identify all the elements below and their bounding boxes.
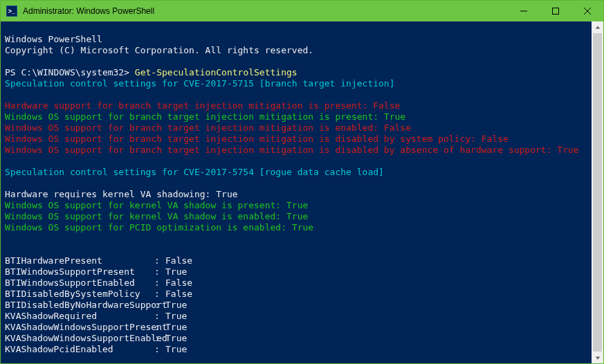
property-value: True <box>165 333 187 344</box>
section-header: Speculation control settings for CVE-201… <box>5 78 395 89</box>
scroll-thumb[interactable] <box>593 33 602 352</box>
property-value: False <box>165 255 192 266</box>
svg-rect-1 <box>553 8 559 15</box>
property-value: True <box>165 300 187 311</box>
scroll-track[interactable] <box>592 33 603 352</box>
property-key: KVAShadowWindowsSupportPresent <box>5 322 154 333</box>
output-line: Hardware support for branch target injec… <box>5 100 400 111</box>
property-value: False <box>165 289 192 300</box>
output-line: Windows OS support for kernel VA shadow … <box>5 211 308 221</box>
maximize-button[interactable] <box>540 1 571 21</box>
property-row: BTIWindowsSupportPresent: True <box>5 266 587 277</box>
property-value: False <box>165 277 192 289</box>
property-separator: : <box>154 333 165 344</box>
copyright-line: Copyright (C) Microsoft Corporation. All… <box>5 45 313 55</box>
section-header: Speculation control settings for CVE-201… <box>5 167 384 177</box>
output-line: Windows OS support for branch target inj… <box>5 122 411 133</box>
property-row: BTIWindowsSupportEnabled: False <box>5 277 587 289</box>
vertical-scrollbar[interactable] <box>592 21 603 363</box>
property-row: KVAShadowWindowsSupportPresent: True <box>5 322 587 333</box>
output-line: Hardware requires kernel VA shadowing: T… <box>5 189 238 199</box>
header-line: Windows PowerShell <box>5 34 102 44</box>
property-key: BTIHardwarePresent <box>5 255 154 266</box>
prompt: PS C:\WINDOWS\system32> <box>5 67 135 78</box>
output-line: Windows OS support for kernel VA shadow … <box>5 200 308 210</box>
property-row: BTIDisabledBySystemPolicy: False <box>5 289 587 300</box>
property-row: BTIDisabledByNoHardwareSupport: True <box>5 300 587 311</box>
scroll-down-button[interactable] <box>592 352 603 363</box>
property-key: BTIWindowsSupportPresent <box>5 266 154 277</box>
property-row: KVAShadowWindowsSupportEnabled: True <box>5 333 587 344</box>
property-row: BTIHardwarePresent: False <box>5 255 587 266</box>
property-separator: : <box>154 255 165 266</box>
property-key: KVAShadowPcidEnabled <box>5 344 154 355</box>
minimize-button[interactable] <box>508 1 540 21</box>
properties-list: BTIHardwarePresent: FalseBTIWindowsSuppo… <box>5 255 587 355</box>
property-key: BTIDisabledBySystemPolicy <box>5 289 154 300</box>
property-separator: : <box>154 322 165 333</box>
property-key: KVAShadowWindowsSupportEnabled <box>5 333 154 344</box>
console-area: Windows PowerShell Copyright (C) Microso… <box>1 21 603 363</box>
property-key: KVAShadowRequired <box>5 311 154 322</box>
property-value: True <box>165 311 187 322</box>
powershell-icon: >_ <box>6 6 17 17</box>
property-separator: : <box>154 344 165 355</box>
property-row: KVAShadowPcidEnabled: True <box>5 344 587 355</box>
close-button[interactable] <box>571 1 603 21</box>
powershell-window: >_ Administrator: Windows PowerShell Win… <box>0 0 604 364</box>
window-controls <box>508 1 603 21</box>
output-line: Windows OS support for PCID optimization… <box>5 222 313 233</box>
property-value: True <box>165 322 187 333</box>
output-line: Windows OS support for branch target inj… <box>5 145 579 155</box>
property-key: BTIDisabledByNoHardwareSupport <box>5 300 154 311</box>
property-value: True <box>165 266 187 277</box>
property-separator: : <box>154 311 165 322</box>
property-separator: : <box>154 277 165 289</box>
window-title: Administrator: Windows PowerShell <box>23 6 508 16</box>
console-output[interactable]: Windows PowerShell Copyright (C) Microso… <box>1 21 592 363</box>
property-key: BTIWindowsSupportEnabled <box>5 277 154 289</box>
command-text: Get-SpeculationControlSettings <box>135 67 298 78</box>
property-value: True <box>165 344 187 355</box>
property-row: KVAShadowRequired: True <box>5 311 587 322</box>
property-separator: : <box>154 300 165 311</box>
property-separator: : <box>154 289 165 300</box>
scroll-up-button[interactable] <box>592 21 603 33</box>
titlebar[interactable]: >_ Administrator: Windows PowerShell <box>1 1 603 21</box>
output-line: Windows OS support for branch target inj… <box>5 111 405 122</box>
output-line: Windows OS support for branch target inj… <box>5 134 509 144</box>
property-separator: : <box>154 266 165 277</box>
